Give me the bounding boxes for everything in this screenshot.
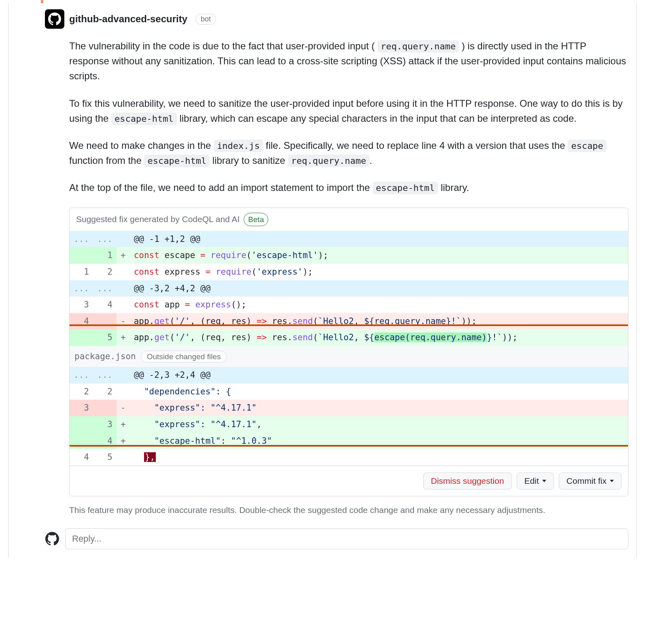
reply-row: [45, 528, 628, 557]
diff-line-del: 3- "express": "^4.17.1": [70, 400, 628, 416]
bot-badge: bot: [195, 14, 216, 25]
paragraph-2: To fix this vulnerability, we need to sa…: [69, 96, 628, 126]
inline-code: req.query.name: [378, 40, 459, 53]
inline-code: escape: [568, 140, 606, 152]
diff-line-add: 1+const escape = require('escape-html');: [70, 247, 628, 264]
octocat-icon: [45, 532, 59, 546]
file-header: package.jsonOutside changed files: [70, 346, 628, 367]
suggestion-title: Suggested fix generated by CodeQL and AI…: [70, 208, 628, 231]
diff-line-del: 4-app.get('/', (req, res) => res.send(`H…: [70, 313, 628, 330]
diff-line-add: 3+ "express": "^4.17.1",: [70, 416, 628, 433]
suggestion-actions: Dismiss suggestion Edit Commit fix: [70, 466, 628, 496]
hunk-header: ......@@ -3,2 +4,2 @@: [70, 280, 628, 297]
diff-index-js: ......@@ -1 +1,2 @@ 1+const escape = req…: [70, 231, 628, 466]
inline-code: escape-html: [144, 155, 210, 167]
hunk-header: ......@@ -2,3 +2,4 @@: [70, 367, 628, 383]
diff-line-ctx: 45 },: [70, 449, 628, 466]
paragraph-4: At the top of the file, we need to add a…: [69, 180, 628, 195]
inline-code: req.query.name: [288, 155, 369, 167]
github-icon: [45, 9, 64, 29]
bot-comment: github-advanced-security bot The vulnera…: [45, 3, 628, 516]
disclaimer-text: This feature may produce inaccurate resu…: [69, 504, 628, 517]
comment-header: github-advanced-security bot: [45, 9, 628, 29]
reply-input[interactable]: [65, 528, 628, 549]
beta-badge: Beta: [244, 213, 268, 226]
comment-body: The vulnerability in the code is due to …: [69, 38, 628, 496]
chevron-down-icon: [610, 480, 614, 482]
diff-line-add: 4+ "escape-html": "^1.0.3": [70, 433, 628, 449]
diff-line-ctx: 22 "dependencies": {: [70, 383, 628, 400]
outside-changed-pill: Outside changed files: [141, 351, 227, 362]
paragraph-1: The vulnerability in the code is due to …: [69, 38, 628, 84]
diff-line-ctx: 12const express = require('express');: [70, 264, 628, 280]
comment-thread: github-advanced-security bot The vulnera…: [8, 3, 637, 557]
diff-line-ctx: 34const app = express();: [70, 297, 628, 313]
inline-code: escape-html: [373, 182, 438, 194]
suggestion-box: Suggested fix generated by CodeQL and AI…: [69, 208, 628, 496]
hunk-header: ......@@ -1 +1,2 @@: [70, 231, 628, 248]
inline-code: escape-html: [111, 112, 177, 125]
thread-indicator: [41, 0, 43, 3]
chevron-down-icon: [542, 480, 546, 482]
edit-button[interactable]: Edit: [517, 472, 554, 489]
paragraph-3: We need to make changes in the index.js …: [69, 138, 628, 168]
dismiss-suggestion-button[interactable]: Dismiss suggestion: [423, 472, 512, 489]
commit-fix-button[interactable]: Commit fix: [559, 472, 622, 489]
diff-line-add: 5+app.get('/', (req, res) => res.send(`H…: [70, 329, 628, 346]
author-name[interactable]: github-advanced-security: [69, 13, 187, 25]
inline-code: index.js: [214, 140, 263, 152]
